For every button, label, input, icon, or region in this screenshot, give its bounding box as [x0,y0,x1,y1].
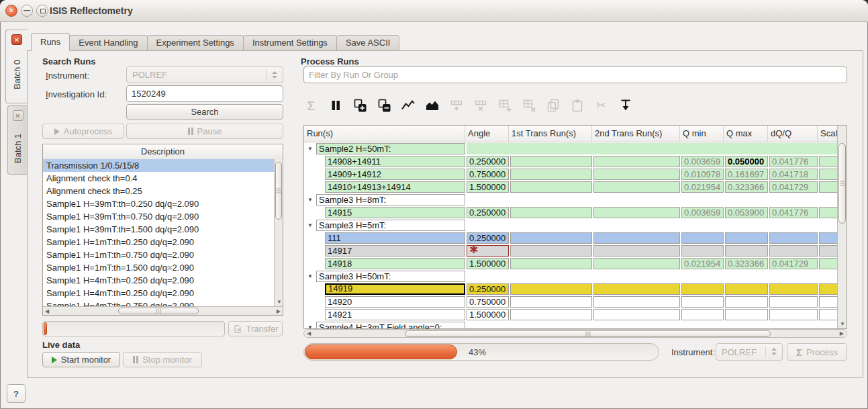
run-row[interactable]: 149150.2500000.0036590.0539000.041776 [304,206,847,219]
process-button[interactable]: ΣProcess [787,343,847,361]
invalid-angle-cell[interactable]: ✱ [467,245,509,257]
column-header-run-s-[interactable]: Run(s) [304,126,465,142]
run-row[interactable]: 149190.250000 [304,283,847,296]
group-name-cell[interactable]: Sample2 H=50mT: [316,143,465,154]
cut-icon[interactable]: ✂ [593,97,609,113]
search-result-row[interactable]: Sample1 H=39mT:th=0.750 dq/q=2.090 [43,210,274,223]
scrollbar-thumb[interactable] [118,308,199,314]
collapse-triangle-icon[interactable]: ▼ [304,146,316,152]
tab-save-ascii[interactable]: Save ASCII [336,35,399,51]
scroll-left-arrow-icon[interactable]: ◀ [307,331,311,336]
batch-1-close-button[interactable]: ✕ [13,110,23,121]
trans1-cell[interactable] [510,169,592,180]
qmin-cell[interactable] [681,232,724,244]
scroll-down-arrow-icon[interactable]: ▼ [277,300,282,305]
trans2-cell[interactable] [593,245,680,257]
scrollbar-thumb[interactable] [838,143,846,224]
dqq-cell[interactable]: 0.041776 [769,207,818,218]
table-horizontal-scrollbar[interactable]: ◀ ▶ [303,329,847,338]
qmin-cell[interactable] [681,296,724,308]
qmin-cell[interactable] [681,245,724,257]
dqq-cell[interactable]: 0.041718 [769,169,818,180]
filter-input[interactable] [303,66,847,83]
footer-instrument-combobox[interactable]: POLREF [716,343,783,361]
search-result-row[interactable]: Alignment check th=0.4 [43,172,274,185]
start-monitor-button[interactable]: Start monitor [42,352,120,367]
search-result-row[interactable]: Sample1 H=39mT:th=1.500 dq/q=2.090 [43,223,274,236]
runs-cell[interactable]: 14920 [325,296,465,308]
insert-row-icon[interactable] [448,97,464,113]
expand-groups-icon[interactable] [352,97,367,113]
pause-button[interactable]: Pause [126,124,283,139]
transfer-button[interactable]: Transfer [228,321,283,336]
search-result-row[interactable]: Sample1 H=4mT:th=0.250 dq/q=2.090 [43,287,274,300]
pause-icon[interactable] [328,97,343,113]
angle-cell[interactable]: 1.500000 [467,258,509,269]
delete-group-icon[interactable] [521,97,536,113]
paste-icon[interactable] [569,97,585,113]
scroll-right-arrow-icon[interactable]: ▶ [840,331,844,336]
trans2-cell[interactable] [593,207,680,218]
group-name-cell[interactable]: Sample3 H=50mT: [316,271,465,282]
angle-cell[interactable]: 1.500000 [467,181,509,193]
runs-cell[interactable]: 14918 [325,258,465,269]
window-minimize-button[interactable]: — [21,5,33,17]
trans2-cell[interactable] [593,169,680,180]
fill-down-icon[interactable] [618,97,633,113]
runs-cell[interactable]: 14910+14913+14914 [325,181,465,193]
group-name-cell[interactable]: Sample3 H=5mT: [316,220,465,231]
results-vertical-scrollbar[interactable]: ▼ [274,159,283,306]
batch-0-close-button[interactable]: ✕ [11,34,22,45]
group-name-cell[interactable]: Sample4 H=3mT Field angle=0: [316,322,465,329]
column-header-1st-trans-run-s-[interactable]: 1st Trans Run(s) [509,126,592,142]
angle-cell[interactable]: 0.250000 [467,232,509,244]
dqq-cell[interactable] [769,296,818,308]
qmax-cell[interactable]: 0.050000 [725,156,768,167]
insert-group-icon[interactable] [497,97,512,113]
column-header-2nd-trans-run-s-[interactable]: 2nd Trans Run(s) [592,126,680,142]
group-row[interactable]: ▼Sample2 H=50mT: [304,142,847,155]
run-row[interactable]: 14917✱ [304,244,847,257]
runs-cell[interactable]: 14908+14911 [325,156,465,167]
tab-runs[interactable]: Runs [31,33,70,51]
runs-cell[interactable]: 14921 [325,309,465,320]
runs-cell[interactable]: 14909+14912 [325,169,465,180]
trans2-cell[interactable] [593,296,680,308]
angle-cell[interactable]: 0.250000 [467,283,509,295]
plot-runs-icon[interactable] [400,97,416,113]
qmin-cell[interactable]: 0.021954 [681,258,724,269]
description-column-header[interactable]: Description [43,144,283,160]
qmax-cell[interactable]: 0.323366 [725,181,768,193]
delete-row-icon[interactable] [473,97,488,113]
trans1-cell[interactable] [510,156,592,167]
tab-experiment-settings[interactable]: Experiment Settings [147,35,244,51]
dqq-cell[interactable] [769,232,818,244]
instrument-combobox[interactable]: POLREF [126,66,283,83]
results-horizontal-scrollbar[interactable]: ◀ ▶ [43,306,283,315]
dqq-cell[interactable] [769,283,818,295]
table-vertical-scrollbar[interactable]: ▼ [837,126,847,328]
batch-tab-0[interactable]: ✕ Batch 0 [5,30,28,103]
runs-cell[interactable]: 14919 [325,283,465,295]
collapse-triangle-icon[interactable]: ▼ [304,273,316,279]
batch-tab-1[interactable]: ✕ Batch 1 [7,105,28,175]
search-result-row[interactable]: Sample1 H=1mT:th=0.750 dq/q=2.090 [43,248,274,261]
group-row[interactable]: ▼Sample3 H=50mT: [304,270,847,283]
search-result-row[interactable]: Sample1 H=4mT:th=0.750 dq/q=2.090 [43,300,274,306]
collapse-triangle-icon[interactable]: ▼ [304,222,316,228]
qmax-cell[interactable] [725,309,768,320]
collapse-triangle-icon[interactable]: ▼ [304,324,316,329]
trans1-cell[interactable] [510,296,592,308]
dqq-cell[interactable] [769,245,818,257]
help-button[interactable]: ? [7,384,26,403]
qmax-cell[interactable] [725,283,768,295]
group-row[interactable]: ▼Sample4 H=3mT Field angle=0: [304,321,847,329]
scroll-right-arrow-icon[interactable]: ▶ [277,309,281,314]
copy-icon[interactable] [545,97,561,113]
column-header-dq-q[interactable]: dQ/Q [768,126,818,142]
group-row[interactable]: ▼Sample3 H=8mT: [304,193,847,206]
trans1-cell[interactable] [510,309,592,320]
trans1-cell[interactable] [510,283,592,295]
scrollbar-thumb[interactable] [405,330,771,337]
run-row[interactable]: 149211.500000 [304,308,847,321]
